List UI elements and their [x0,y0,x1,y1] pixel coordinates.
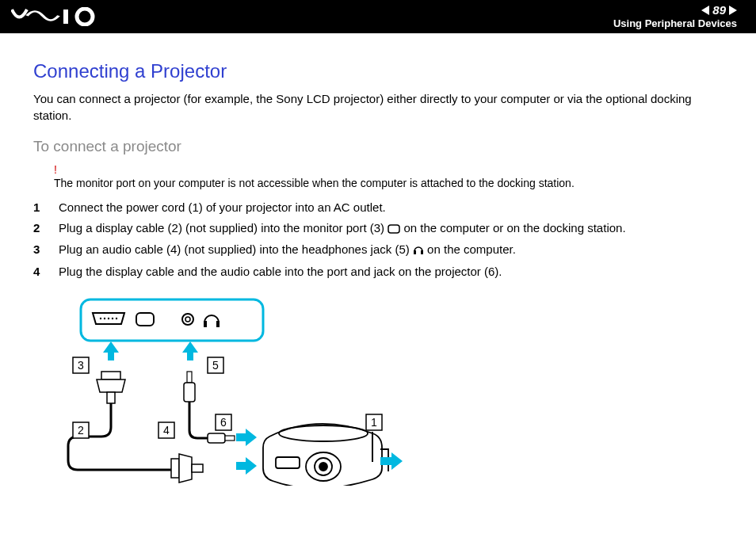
step-text: Plug an audio cable (4) (not supplied) i… [59,239,516,261]
svg-point-13 [185,317,190,322]
caution-icon: ! [54,163,723,176]
step-number: 3 [33,239,46,261]
vaio-logo [11,7,98,26]
svg-rect-2 [388,225,399,233]
step-number: 1 [33,197,46,218]
caution-text: The monitor port on your computer is not… [54,177,575,189]
svg-rect-15 [216,321,220,327]
svg-rect-4 [421,250,423,254]
svg-text:4: 4 [163,424,170,437]
svg-rect-27 [225,436,235,441]
caution-note: ! The monitor port on your computer is n… [54,163,723,189]
svg-rect-24 [171,459,179,478]
svg-rect-25 [192,464,203,472]
page-header: 89 Using Peripheral Devices [0,0,756,33]
headphones-icon [413,241,424,261]
svg-rect-26 [208,433,225,443]
svg-rect-3 [414,250,416,254]
page-title: Connecting a Projector [33,60,723,82]
monitor-port-icon [388,219,400,240]
svg-rect-5 [81,299,263,341]
svg-point-6 [100,318,101,319]
page-number: 89 [712,4,726,17]
connection-diagram: 3 5 [57,296,723,489]
step-item: 2Plug a display cable (2) (not supplied)… [33,218,723,240]
svg-point-9 [112,318,113,319]
svg-text:3: 3 [78,359,84,372]
step-item: 1Connect the power cord (1) of your proj… [33,197,723,218]
section-label: Using Peripheral Devices [613,18,737,29]
svg-point-12 [182,314,193,325]
svg-point-10 [116,318,117,319]
svg-rect-20 [101,372,120,380]
header-right: 89 Using Peripheral Devices [613,4,737,30]
step-item: 4Plug the display cable and the audio ca… [33,261,723,282]
step-item: 3Plug an audio cable (4) (not supplied) … [33,239,723,261]
svg-rect-11 [136,313,154,326]
svg-rect-0 [63,10,68,24]
svg-point-7 [104,318,105,319]
next-page-icon[interactable] [729,6,737,15]
svg-text:1: 1 [371,416,377,429]
svg-text:6: 6 [220,416,227,429]
step-number: 2 [33,218,46,240]
step-text: Plug a display cable (2) (not supplied) … [59,218,626,240]
svg-rect-21 [107,392,115,403]
svg-rect-23 [184,383,195,402]
step-number: 4 [33,261,46,282]
svg-text:5: 5 [212,359,219,372]
step-text: Connect the power cord (1) of your proje… [59,197,386,218]
svg-rect-38 [276,457,300,468]
svg-text:2: 2 [78,424,84,437]
svg-rect-22 [187,372,192,383]
page-content: Connecting a Projector You can connect a… [0,33,756,489]
svg-point-8 [108,318,109,319]
procedure-title: To connect a projector [33,138,723,155]
svg-point-1 [77,9,93,25]
step-text: Plug the display cable and the audio cab… [59,261,502,282]
intro-paragraph: You can connect a projector (for example… [33,90,723,124]
svg-point-36 [319,463,327,471]
prev-page-icon[interactable] [701,6,709,15]
steps-list: 1Connect the power cord (1) of your proj… [33,197,723,281]
page-navigation: 89 [613,4,737,17]
svg-rect-14 [204,321,207,327]
